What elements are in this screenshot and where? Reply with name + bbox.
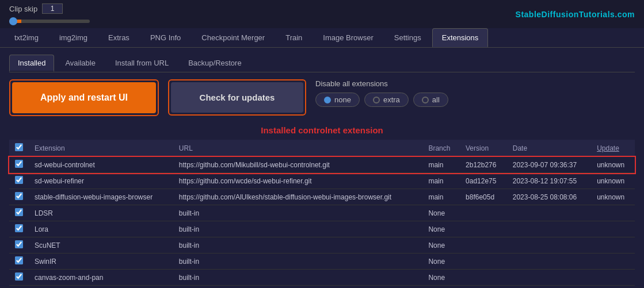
ext-checkbox-cell [9,254,29,270]
ext-branch: None [422,286,460,289]
tab-settings[interactable]: Settings [384,28,431,47]
ext-branch: main [422,157,460,173]
radio-all[interactable]: all [413,93,448,107]
ext-update [591,286,635,289]
tab-txt2img[interactable]: txt2img [5,28,48,47]
extensions-table: Extension URL Branch Version Date Update… [9,140,635,288]
subtab-backup-restore[interactable]: Backup/Restore [180,55,250,72]
th-url: URL [173,140,423,157]
content-area: Installed Available Install from URL Bac… [0,48,644,288]
tab-img2img[interactable]: img2img [49,28,97,47]
table-row: sd-webui-refinerhttps://github.com/wcde/… [9,173,635,189]
radio-dot-all [422,97,429,103]
ext-branch: main [422,189,460,205]
disable-radio-group: none extra all [315,93,448,107]
ext-version [460,254,507,270]
brand-label: StableDiffusionTutorials.com [516,10,635,19]
ext-checkbox[interactable] [15,208,23,216]
clip-skip-value: 1 [42,3,63,14]
ext-update [591,270,635,286]
ext-checkbox-cell [9,189,29,205]
ext-checkbox[interactable] [15,176,23,184]
ext-date [507,254,591,270]
main-tabs: txt2img img2img Extras PNG Info Checkpoi… [0,28,644,48]
subtab-install-from-url[interactable]: Install from URL [106,55,177,72]
ext-version [460,205,507,221]
ext-date: 2023-08-12 19:07:55 [507,173,591,189]
ext-checkbox[interactable] [15,272,23,281]
ext-update: unknown [591,157,635,173]
ext-update: unknown [591,173,635,189]
top-bar: Clip skip 1 StableDiffusionTutorials.com [0,0,644,27]
select-all-checkbox[interactable] [15,143,23,151]
ext-version: 2b12b276 [460,157,507,173]
table-row: stable-diffusion-webui-images-browserhtt… [9,189,635,205]
tab-train[interactable]: Train [276,28,312,47]
radio-dot-extra [373,97,380,103]
ext-checkbox-cell [9,270,29,286]
check-updates-button[interactable]: Check for updates [171,82,303,113]
ext-date [507,270,591,286]
ext-checkbox-cell [9,237,29,254]
ext-update [591,254,635,270]
ext-checkbox-cell [9,286,29,289]
ext-name: canvas-zoom-and-pan [29,270,173,286]
ext-version [460,286,507,289]
tab-png-info[interactable]: PNG Info [140,28,190,47]
ext-checkbox[interactable] [15,256,23,264]
apply-restart-button[interactable]: Apply and restart UI [12,82,156,113]
radio-extra[interactable]: extra [364,93,409,107]
ext-checkbox[interactable] [15,160,23,168]
ext-version: b8f6e05d [460,189,507,205]
ext-checkbox[interactable] [15,240,23,248]
ext-date [507,237,591,254]
ext-checkbox-cell [9,173,29,189]
table-row: Lorabuilt-inNone [9,221,635,237]
tab-extensions[interactable]: Extensions [432,28,489,47]
ext-branch: None [422,254,460,270]
clip-skip-slider-container[interactable] [9,16,90,25]
table-row: canvas-zoom-and-panbuilt-inNone [9,270,635,286]
ext-name: ScuNET [29,237,173,254]
ext-date [507,205,591,221]
ext-name: stable-diffusion-webui-images-browser [29,189,173,205]
tab-checkpoint-merger[interactable]: Checkpoint Merger [192,28,275,47]
radio-extra-label: extra [383,95,400,104]
ext-url: built-in [173,286,423,289]
th-date: Date [507,140,591,157]
table-header-row: Extension URL Branch Version Date Update [9,140,635,157]
table-row: LDSRbuilt-inNone [9,205,635,221]
th-check [9,140,29,157]
th-extension: Extension [29,140,173,157]
disable-all-label: Disable all extensions [315,79,448,88]
ext-name: sd-webui-controlnet [29,157,173,173]
ext-update [591,221,635,237]
subtab-installed[interactable]: Installed [9,55,54,72]
ext-branch: None [422,221,460,237]
tab-extras[interactable]: Extras [98,28,139,47]
ext-update: unknown [591,189,635,205]
ext-checkbox[interactable] [15,224,23,232]
disable-all-area: Disable all extensions none extra all [315,79,448,107]
ext-date: 2023-08-25 08:08:06 [507,189,591,205]
ext-version [460,237,507,254]
actions-row: Apply and restart UI Check for updates D… [9,79,635,116]
ext-name: sd-webui-refiner [29,173,173,189]
radio-all-label: all [432,95,440,104]
tab-image-browser[interactable]: Image Browser [313,28,383,47]
ext-version: 0ad12e75 [460,173,507,189]
ext-name: SwinIR [29,254,173,270]
clip-skip-slider[interactable] [9,20,90,23]
ext-url: built-in [173,270,423,286]
ext-name: Lora [29,221,173,237]
ext-checkbox[interactable] [15,192,23,200]
subtab-available[interactable]: Available [56,55,104,72]
table-row: extra-options-sectionbuilt-inNone [9,286,635,289]
table-row: ScuNETbuilt-inNone [9,237,635,254]
radio-none[interactable]: none [315,93,360,107]
ext-url: https://github.com/Mikubill/sd-webui-con… [173,157,423,173]
ext-version [460,221,507,237]
table-row: sd-webui-controlnethttps://github.com/Mi… [9,157,635,173]
ext-url: https://github.com/AlUlkesh/stable-diffu… [173,189,423,205]
ext-update [591,237,635,254]
